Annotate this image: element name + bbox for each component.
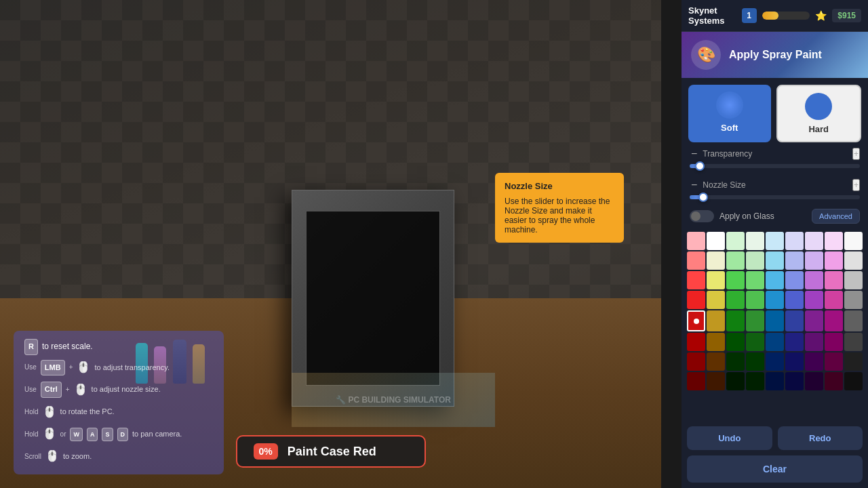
- color-swatch[interactable]: [687, 310, 705, 331]
- color-swatch[interactable]: [726, 271, 745, 289]
- color-swatch[interactable]: [707, 232, 725, 250]
- color-swatch[interactable]: [766, 352, 784, 371]
- glass-row: Apply on Glass Advanced: [682, 205, 868, 228]
- color-swatch[interactable]: [766, 251, 784, 270]
- color-swatch[interactable]: [844, 372, 863, 390]
- color-swatch[interactable]: [785, 372, 804, 390]
- color-swatch[interactable]: [746, 352, 764, 371]
- color-swatch[interactable]: [825, 333, 843, 351]
- color-swatch[interactable]: [785, 251, 804, 270]
- xp-icon: ⭐: [815, 10, 827, 21]
- nozzle-slider[interactable]: [690, 195, 860, 199]
- color-swatch[interactable]: [687, 333, 705, 351]
- color-swatch[interactable]: [707, 271, 725, 289]
- color-swatch[interactable]: [805, 372, 823, 390]
- paint-name: Paint Case Red: [288, 445, 376, 459]
- transparency-slider[interactable]: [690, 164, 860, 168]
- nozzle-slider-container[interactable]: [682, 194, 868, 205]
- color-swatch[interactable]: [844, 232, 863, 250]
- color-swatch[interactable]: [726, 352, 745, 371]
- color-swatch[interactable]: [687, 251, 705, 270]
- color-swatch[interactable]: [687, 372, 705, 390]
- color-swatch[interactable]: [726, 251, 745, 270]
- spray-icon: 🎨: [691, 40, 721, 70]
- color-swatch[interactable]: [766, 291, 784, 309]
- color-swatch[interactable]: [746, 291, 764, 309]
- color-swatch[interactable]: [707, 291, 725, 309]
- color-swatch[interactable]: [785, 352, 804, 371]
- color-swatch[interactable]: [805, 310, 823, 331]
- hard-brush-button[interactable]: Hard: [776, 85, 862, 142]
- color-swatch[interactable]: [825, 372, 843, 390]
- undo-button[interactable]: Undo: [687, 426, 772, 450]
- nozzle-thumb[interactable]: [698, 192, 708, 202]
- mat-logo: 🔧 PC BUILDING SIMULATOR: [292, 373, 495, 427]
- color-swatch[interactable]: [766, 333, 784, 351]
- color-swatch[interactable]: [687, 352, 705, 371]
- reset-key-badge: R: [24, 339, 38, 355]
- color-swatch[interactable]: [746, 271, 764, 289]
- advanced-button[interactable]: Advanced: [812, 209, 860, 224]
- color-swatch[interactable]: [805, 333, 823, 351]
- color-swatch[interactable]: [707, 352, 725, 371]
- nozzle-minus-button[interactable]: −: [690, 179, 698, 191]
- color-swatch[interactable]: [844, 310, 863, 331]
- color-swatch[interactable]: [844, 352, 863, 371]
- color-swatch[interactable]: [825, 352, 843, 371]
- color-swatch[interactable]: [766, 372, 784, 390]
- color-swatch[interactable]: [844, 291, 863, 309]
- color-swatch[interactable]: [825, 310, 843, 331]
- color-swatch[interactable]: [707, 372, 725, 390]
- xp-bar-fill: [762, 12, 779, 20]
- color-swatch[interactable]: [687, 271, 705, 289]
- color-swatch[interactable]: [687, 232, 705, 250]
- spray-emoji-icon: 🎨: [697, 46, 715, 64]
- color-swatch[interactable]: [785, 291, 804, 309]
- redo-button[interactable]: Redo: [778, 426, 863, 450]
- top-bar: Skynet Systems 1 ⭐ $915: [682, 0, 868, 32]
- color-swatch[interactable]: [844, 271, 863, 289]
- color-swatch[interactable]: [805, 352, 823, 371]
- color-swatch[interactable]: [746, 251, 764, 270]
- color-swatch[interactable]: [844, 251, 863, 270]
- color-swatch[interactable]: [746, 310, 764, 331]
- nozzle-plus-button[interactable]: +: [852, 179, 860, 191]
- color-swatch[interactable]: [805, 232, 823, 250]
- transparency-thumb[interactable]: [695, 161, 705, 171]
- color-swatch[interactable]: [687, 291, 705, 309]
- glass-toggle-switch[interactable]: [690, 210, 714, 222]
- color-swatch[interactable]: [785, 310, 804, 331]
- color-swatch[interactable]: [805, 271, 823, 289]
- color-swatch[interactable]: [707, 310, 725, 331]
- color-swatch[interactable]: [825, 271, 843, 289]
- color-swatch[interactable]: [746, 333, 764, 351]
- color-swatch[interactable]: [707, 333, 725, 351]
- transparency-slider-container[interactable]: [682, 163, 868, 174]
- color-swatch[interactable]: [726, 333, 745, 351]
- color-swatch[interactable]: [785, 333, 804, 351]
- clear-button[interactable]: Clear: [687, 455, 863, 483]
- color-swatch[interactable]: [726, 232, 745, 250]
- color-swatch[interactable]: [825, 291, 843, 309]
- color-swatch[interactable]: [746, 232, 764, 250]
- color-swatch[interactable]: [785, 232, 804, 250]
- color-swatch[interactable]: [746, 372, 764, 390]
- color-swatch[interactable]: [785, 271, 804, 289]
- color-grid: [687, 232, 863, 390]
- color-swatch[interactable]: [726, 291, 745, 309]
- color-swatch[interactable]: [766, 232, 784, 250]
- transparency-minus-button[interactable]: −: [690, 148, 698, 160]
- soft-brush-button[interactable]: Soft: [688, 85, 771, 142]
- pan-text: to pan camera.: [132, 428, 182, 441]
- color-swatch[interactable]: [766, 271, 784, 289]
- color-swatch[interactable]: [844, 333, 863, 351]
- color-swatch[interactable]: [825, 232, 843, 250]
- color-swatch[interactable]: [766, 310, 784, 331]
- color-swatch[interactable]: [707, 251, 725, 270]
- transparency-plus-button[interactable]: +: [852, 148, 860, 160]
- color-swatch[interactable]: [825, 251, 843, 270]
- color-swatch[interactable]: [805, 291, 823, 309]
- color-swatch[interactable]: [805, 251, 823, 270]
- color-swatch[interactable]: [726, 310, 745, 331]
- color-swatch[interactable]: [726, 372, 745, 390]
